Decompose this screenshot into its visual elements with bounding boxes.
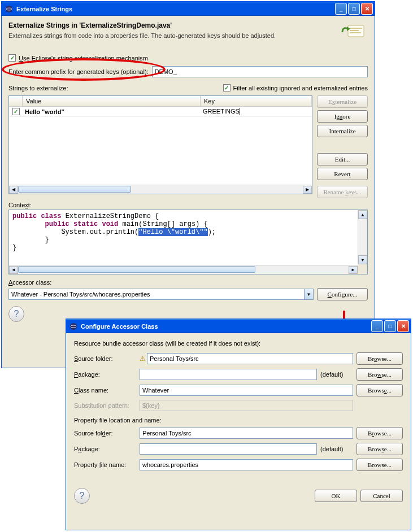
code-vscroll[interactable]: ▲▼ bbox=[358, 210, 367, 264]
scroll-right-icon[interactable]: ▶ bbox=[303, 186, 312, 194]
externalize-strings-window: Externalize Strings _ □ ✕ Externalize St… bbox=[1, 1, 375, 368]
dialog-subheading: Externalizes strings from code into a pr… bbox=[8, 32, 276, 39]
table-header-key[interactable]: Key bbox=[201, 96, 312, 106]
wizard-icon bbox=[340, 21, 368, 47]
class-name-input[interactable] bbox=[140, 385, 353, 396]
code-hscroll[interactable]: ◀▶ bbox=[9, 265, 358, 274]
accessor-label: Accessor class: bbox=[8, 279, 368, 286]
cancel-button[interactable]: Cancel bbox=[360, 490, 403, 502]
browse-button[interactable]: Browse... bbox=[357, 459, 403, 471]
dialog-heading: Externalize Strings in 'ExternalizeStrin… bbox=[8, 21, 276, 29]
package2-label: Package: bbox=[74, 446, 136, 452]
maximize-button[interactable]: □ bbox=[348, 3, 360, 15]
revert-button[interactable]: Revert bbox=[317, 168, 368, 180]
rename-keys-button: Rename keys... bbox=[317, 186, 368, 198]
browse-button[interactable]: Browse... bbox=[357, 352, 403, 365]
context-label: Context: bbox=[8, 202, 368, 208]
close-button[interactable]: ✕ bbox=[361, 3, 373, 15]
prefix-input[interactable] bbox=[152, 66, 368, 77]
ok-button[interactable]: OK bbox=[315, 490, 357, 502]
package-input[interactable] bbox=[140, 369, 317, 380]
strings-label: Strings to externalize: bbox=[8, 85, 68, 91]
internalize-button[interactable]: Internalize bbox=[317, 125, 368, 137]
scroll-left-icon[interactable]: ◀ bbox=[9, 186, 18, 194]
mechanism-checkbox[interactable]: ✓ bbox=[8, 54, 16, 62]
package-label: Package: bbox=[74, 371, 136, 378]
scroll-right-icon[interactable]: ▶ bbox=[349, 266, 358, 274]
window-titlebar[interactable]: Externalize Strings _ □ ✕ bbox=[2, 2, 375, 16]
scroll-down-icon[interactable]: ▼ bbox=[358, 255, 367, 264]
filter-checkbox-row[interactable]: ✓ Filter all existing ignored and extern… bbox=[223, 84, 368, 91]
filter-checkbox[interactable]: ✓ bbox=[223, 84, 231, 91]
configure-button[interactable]: Configure... bbox=[317, 288, 368, 300]
package-default: (default) bbox=[320, 371, 353, 378]
svg-rect-3 bbox=[350, 28, 362, 29]
table-hscroll[interactable]: ◀ ▶ bbox=[9, 185, 312, 194]
eclipse-icon bbox=[69, 322, 78, 331]
svg-rect-4 bbox=[350, 30, 359, 31]
chevron-down-icon[interactable]: ▼ bbox=[304, 289, 313, 299]
row-key[interactable]: GREETINGS bbox=[203, 108, 240, 115]
help-button[interactable]: ? bbox=[74, 488, 90, 504]
class-name-label: Class name: bbox=[74, 387, 136, 394]
substitution-label: Substitution pattern: bbox=[74, 402, 136, 409]
source-folder-input[interactable] bbox=[147, 353, 353, 364]
package2-input[interactable] bbox=[140, 443, 317, 455]
context-code[interactable]: public class ExternalizeStringDemo { pub… bbox=[8, 210, 368, 274]
browse-button[interactable]: Browse... bbox=[357, 384, 403, 396]
browse-button[interactable]: Browse... bbox=[357, 427, 403, 439]
externalize-button: Externalize bbox=[317, 95, 368, 108]
help-button[interactable]: ? bbox=[8, 306, 24, 322]
prefix-label: Enter common prefix for generated keys (… bbox=[8, 68, 149, 75]
property-section-label: Property file location and name: bbox=[74, 417, 403, 424]
scroll-up-icon[interactable]: ▲ bbox=[358, 210, 367, 219]
svg-point-7 bbox=[70, 323, 77, 330]
source-folder2-input[interactable] bbox=[140, 428, 353, 439]
svg-rect-5 bbox=[350, 32, 361, 33]
eclipse-icon bbox=[5, 5, 14, 14]
ignore-button[interactable]: Ignore bbox=[317, 110, 368, 123]
window-title: Externalize Strings bbox=[16, 6, 335, 12]
browse-button[interactable]: Browse... bbox=[357, 368, 403, 381]
close-button[interactable]: ✕ bbox=[397, 320, 409, 332]
minimize-button[interactable]: _ bbox=[371, 320, 383, 332]
minimize-button[interactable]: _ bbox=[335, 3, 347, 15]
maximize-button[interactable]: □ bbox=[384, 320, 396, 332]
substitution-input bbox=[140, 400, 353, 411]
property-file-label: Property file name: bbox=[74, 461, 136, 468]
source-folder2-label: Source folder: bbox=[74, 430, 136, 437]
browse-button[interactable]: Browse... bbox=[357, 443, 403, 455]
table-header-value[interactable]: Value bbox=[23, 96, 201, 106]
property-file-input[interactable] bbox=[140, 459, 353, 470]
package2-default: (default) bbox=[320, 446, 353, 452]
edit-button[interactable]: Edit... bbox=[317, 153, 368, 165]
configure-accessor-window: Configure Accessor Class _ □ ✕ Resource … bbox=[66, 319, 411, 530]
svg-point-0 bbox=[6, 6, 12, 12]
accessor-combo[interactable]: Whatever - Personal Toys/src/whocares.pr… bbox=[8, 289, 314, 300]
source-folder-label: Source folder: bbox=[74, 355, 136, 362]
window-title: Configure Accessor Class bbox=[81, 323, 371, 330]
mechanism-label: Use Eclipse's string externalization mec… bbox=[19, 55, 148, 62]
filter-label: Filter all existing ignored and external… bbox=[233, 85, 368, 91]
table-row[interactable]: ✓ Hello "world" GREETINGS bbox=[9, 107, 312, 117]
row-checkbox[interactable]: ✓ bbox=[12, 108, 20, 115]
scroll-left-icon[interactable]: ◀ bbox=[9, 266, 18, 274]
warning-icon: ⚠ bbox=[140, 355, 146, 363]
table-header-check[interactable] bbox=[9, 96, 23, 106]
row-value: Hello "world" bbox=[25, 108, 64, 115]
window-titlebar[interactable]: Configure Accessor Class _ □ ✕ bbox=[66, 319, 411, 333]
strings-table[interactable]: Value Key ✓ Hello "world" GREETINGS ◀ ▶ bbox=[8, 95, 312, 194]
accessor-heading: Resource bundle accessor class (will be … bbox=[74, 340, 403, 347]
